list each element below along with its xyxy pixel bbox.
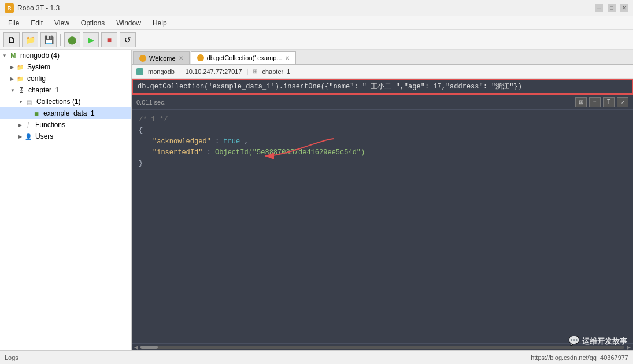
menu-options[interactable]: Options — [75, 18, 110, 28]
command-bar — [133, 80, 632, 94]
view-text-btn[interactable]: T — [603, 97, 615, 107]
sidebar: ▼ M mongodb (4) ▶ 📁 System ▶ 📁 config ▼ … — [0, 50, 132, 350]
open-brace: { — [139, 127, 143, 135]
toolbar: 🗋 📁 💾 ⬤ ▶ ■ ↺ — [0, 30, 633, 50]
database-icon: 🗄 — [17, 86, 26, 95]
sidebar-item-system[interactable]: ▶ 📁 System — [0, 61, 131, 73]
menu-view[interactable]: View — [49, 18, 75, 28]
folder-icon: 📁 — [16, 62, 25, 72]
chevron-right-icon-3: ▶ — [18, 122, 22, 128]
chevron-down-icon-2: ▼ — [10, 88, 15, 93]
db-icon — [136, 68, 143, 75]
sidebar-item-chapter1[interactable]: ▼ 🗄 chapter_1 — [0, 84, 131, 96]
refresh-button[interactable]: ↺ — [120, 32, 136, 47]
window-controls: ─ □ ✕ — [595, 4, 628, 12]
main-layout: ▼ M mongodb (4) ▶ 📁 System ▶ 📁 config ▼ … — [0, 50, 633, 350]
key-acknowledged: "acknowledged" — [153, 138, 211, 146]
chevron-right-icon: ▶ — [10, 65, 14, 70]
sidebar-item-users[interactable]: ▶ 👤 Users — [0, 131, 131, 142]
save-button[interactable]: 💾 — [40, 32, 57, 47]
menu-bar: File Edit View Options Window Help — [0, 16, 633, 30]
tab-close-welcome[interactable]: ✕ — [179, 55, 183, 61]
path-separator-2: | — [247, 68, 249, 75]
result-icons: ⊞ ≡ T ⤢ — [575, 97, 628, 107]
minimize-button[interactable]: ─ — [595, 4, 603, 12]
maximize-button[interactable]: □ — [608, 4, 616, 12]
connection-icon: M — [9, 51, 18, 60]
status-left: Logs — [5, 354, 18, 361]
path-db: mongodb — [148, 68, 175, 75]
sidebar-item-config[interactable]: ▶ 📁 config — [0, 73, 131, 84]
result-toolbar: 0.011 sec. ⊞ ≡ T ⤢ — [132, 95, 633, 110]
menu-help[interactable]: Help — [147, 18, 173, 28]
result-time: 0.011 sec. — [136, 99, 166, 106]
chevron-right-icon-2: ▶ — [10, 76, 14, 81]
status-bar: Logs https://blog.csdn.net/qq_40367977 — [0, 350, 633, 364]
sidebar-item-example-data-1[interactable]: ▶ ◼ example_data_1 — [0, 107, 131, 119]
sidebar-item-mongodb[interactable]: ▼ M mongodb (4) — [0, 50, 131, 61]
value-acknowledged: true — [223, 138, 240, 146]
query-tab-icon — [197, 54, 204, 61]
collection-small-icon: ⊞ — [253, 68, 257, 75]
close-button[interactable]: ✕ — [620, 4, 628, 12]
sidebar-item-functions[interactable]: ▶ ƒ Functions — [0, 119, 131, 131]
value-insertedid: ObjectId("5e88870357de41629ee5c54d") — [215, 148, 365, 157]
tabs-bar: Welcome ✕ db.getCollection(' examp... ✕ — [132, 50, 633, 65]
stop-button[interactable]: ■ — [101, 32, 117, 47]
scroll-right-icon[interactable]: ▶ — [627, 344, 631, 350]
view-list-btn[interactable]: ≡ — [589, 97, 601, 107]
content-area: Welcome ✕ db.getCollection(' examp... ✕ … — [132, 50, 633, 350]
welcome-tab-icon — [139, 55, 146, 62]
new-button[interactable]: 🗋 — [3, 32, 20, 47]
collection-icon: ◼ — [32, 109, 41, 118]
code-comment: /* 1 */ — [139, 116, 168, 124]
menu-window[interactable]: Window — [110, 18, 147, 28]
horizontal-scroll[interactable]: ◀ ▶ — [132, 343, 633, 350]
title-bar: R Robo 3T - 1.3 ─ □ ✕ — [0, 0, 633, 16]
toolbar-separator-1 — [60, 34, 61, 46]
folder-icon-2: 📁 — [16, 74, 25, 83]
key-insertedid: "insertedId" — [153, 148, 202, 157]
view-table-btn[interactable]: ⊞ — [575, 97, 587, 107]
scroll-left-icon[interactable]: ◀ — [134, 344, 138, 350]
collections-icon: ▤ — [25, 97, 34, 106]
chevron-down-icon-3: ▼ — [18, 99, 23, 105]
tab-welcome[interactable]: Welcome ✕ — [133, 51, 190, 64]
close-brace: } — [139, 159, 143, 168]
path-separator-1: | — [179, 68, 181, 75]
app-title: Robo 3T - 1.3 — [17, 4, 60, 12]
users-icon: 👤 — [24, 132, 33, 141]
command-border — [132, 79, 633, 95]
command-input[interactable] — [138, 83, 627, 91]
functions-icon: ƒ — [24, 120, 33, 129]
path-collection: chapter_1 — [262, 68, 290, 75]
tab-query[interactable]: db.getCollection(' examp... ✕ — [191, 51, 296, 64]
connect-button[interactable]: ⬤ — [64, 32, 80, 47]
path-ip: 10.10.247.77:27017 — [186, 68, 242, 75]
tab-close-query[interactable]: ✕ — [285, 55, 290, 61]
menu-edit[interactable]: Edit — [25, 18, 49, 28]
path-bar: mongodb | 10.10.247.77:27017 | ⊞ chapter… — [132, 65, 633, 79]
chevron-right-icon-4: ▶ — [18, 134, 22, 139]
sidebar-item-collections[interactable]: ▼ ▤ Collections (1) — [0, 96, 131, 107]
run-button[interactable]: ▶ — [83, 32, 99, 47]
expand-btn[interactable]: ⤢ — [617, 97, 628, 107]
app-icon: R — [5, 3, 14, 13]
status-right: https://blog.csdn.net/qq_40367977 — [531, 354, 628, 361]
result-area: /* 1 */ { "acknowledged" : true , "inser… — [132, 110, 633, 344]
menu-file[interactable]: File — [2, 18, 25, 28]
open-button[interactable]: 📁 — [22, 32, 38, 47]
code-output: /* 1 */ { "acknowledged" : true , "inser… — [132, 110, 633, 174]
chevron-down-icon: ▼ — [2, 53, 7, 58]
